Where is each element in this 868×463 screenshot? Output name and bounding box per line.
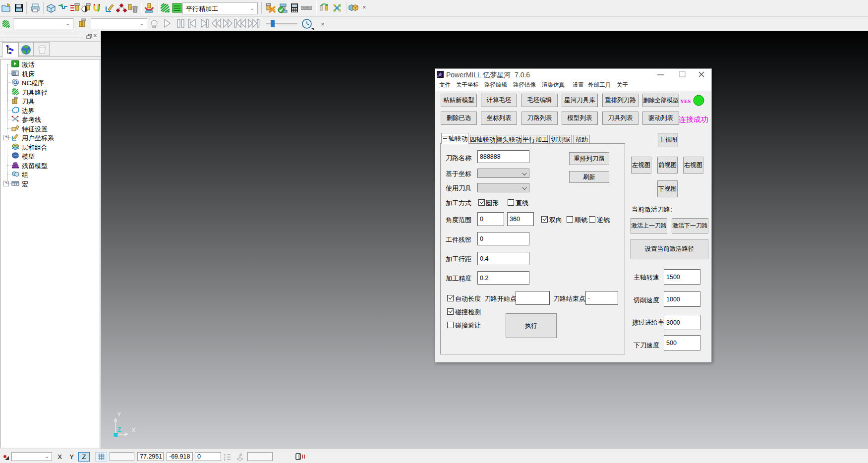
svg-text:z: z [224,458,226,461]
svg-text:Z: Z [117,426,121,433]
svg-text:X: X [131,426,136,434]
svg-text:Y: Y [117,412,121,418]
